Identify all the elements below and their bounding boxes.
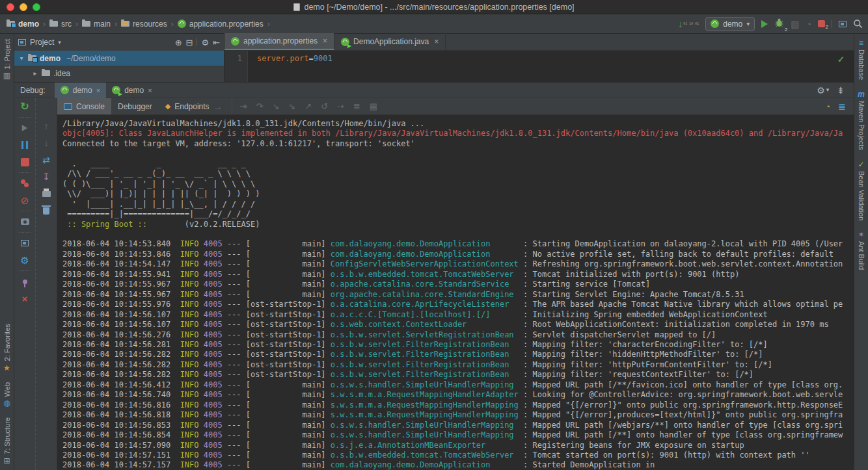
debug-settings-gear-icon[interactable]: ⚙ ▾ [817,86,829,95]
down-stacktrace-button[interactable]: ↓ [36,135,57,151]
database-icon: ≡ [859,39,863,47]
run-configuration-select[interactable]: demo ▾ [705,17,755,31]
breadcrumb-item[interactable]: application.properties [178,20,264,29]
up-stacktrace-button[interactable]: ↑ [36,118,57,135]
tool-tab-label: Endpoints [174,102,209,111]
thread-dump-button[interactable] [14,213,35,230]
endpoints-icon: ◆ [165,103,170,110]
debug-session-tab[interactable]: demo× [55,83,106,98]
step-over-icon[interactable]: ↷ [256,102,264,111]
toolwindow-button-7-structure[interactable]: 7: Structure⊞ [3,412,11,470]
spring-boot-icon [112,86,120,94]
breadcrumb-item[interactable]: main [82,20,111,29]
close-tab-icon[interactable]: × [434,37,439,46]
project-tree-root-row[interactable]: ▾ demo ~/Demo/demo [14,51,224,66]
breadcrumb-item[interactable]: resources [121,20,167,29]
breadcrumb-item[interactable]: demo [7,20,39,29]
debugger-settings-button[interactable]: ⚙ [14,252,35,268]
print-button[interactable] [36,185,57,202]
hide-toolwindow-icon[interactable]: ⇟ [837,86,845,95]
tab-console[interactable]: Console [57,98,111,114]
drop-frame-icon[interactable]: ↺ [321,102,328,111]
debug-button[interactable]: 2 [774,18,784,30]
breadcrumb-item[interactable]: src [49,20,72,29]
collapsed-arrow-icon[interactable]: ▸ [32,70,38,77]
log-line: 2018-06-04 10:14:55.941 INFO 4005 --- [ … [62,270,854,280]
project-folder-icon [7,21,15,27]
tab-debugger[interactable]: Debugger [111,98,159,114]
toolwindow-button-database[interactable]: ≡Database [858,34,865,85]
editor-tab[interactable]: DemoApplication.java× [334,33,446,50]
gauge-icon[interactable]: ◔ [825,102,830,111]
restore-layout-button[interactable] [14,235,35,252]
evaluate-expression-icon[interactable]: ≣ [353,102,360,111]
editor-code-line[interactable]: server.port=9001 [248,51,332,82]
toolwindow-button-ant-build[interactable]: ✶Ant Build [858,226,865,275]
layout-settings-icon[interactable]: ≣ [838,102,846,111]
run-to-cursor-icon[interactable]: ⇢ [337,102,344,111]
toolwindow-button-maven-projects[interactable]: mMaven Projects [858,85,865,155]
profiler-icon[interactable]: ◔ [806,20,811,29]
vcs-update-icon[interactable]: ↓ 01 10 01 [678,20,699,29]
step-out-icon[interactable]: ↗ [305,102,312,111]
locate-file-icon[interactable]: ⊕ [175,38,182,47]
ant-icon: ✶ [858,231,864,239]
toolwindow-button-web[interactable]: Web◍ [3,377,11,412]
toolwindow-button-label: 7: Structure [3,417,11,454]
toolwindow-button-2-favorites[interactable]: 2: Favorites★ [3,319,11,376]
collapse-all-icon[interactable]: ⊟ [186,38,193,47]
restore-layout-icon[interactable]: ▦ [370,102,377,111]
scroll-to-end-button[interactable]: ↧ [36,168,57,185]
debug-session-tab[interactable]: demo× [106,83,157,98]
settings-gear-icon[interactable]: ⚙ [201,38,209,47]
project-tree-idea-row[interactable]: ▸ .idea [14,66,224,81]
chevron-down-icon: ▾ [746,21,750,27]
toolwindow-button-bean-validation[interactable]: ✓Bean Validation [858,155,865,226]
editor-tab-label: DemoApplication.java [353,37,429,46]
mute-breakpoints-button[interactable]: ⊘ [14,192,35,209]
project-panel-title[interactable]: Project [30,38,54,47]
console-output[interactable]: /Library/Java/JavaVirtualMachines/jdk1.8… [57,115,854,470]
rerun-button[interactable]: ↻ [14,98,35,115]
step-into-icon[interactable]: ↘ [272,102,279,111]
toolwindow-button-1-project[interactable]: 1: Project▥ [3,34,11,85]
run-with-coverage-icon[interactable]: ▨ [791,20,799,29]
close-tab-icon[interactable]: × [323,36,327,46]
tab-endpoints[interactable]: ◆Endpoints→ [159,98,229,114]
titlebar: demo [~/Demo/demo] - .../src/main/resour… [0,0,868,14]
banner-line: =========|_|==============|___/=/_/_/_/ [62,209,854,219]
pause-button[interactable] [14,137,35,153]
hide-panel-icon[interactable]: ⇤ [213,38,220,47]
log-line: 2018-06-04 10:14:56.818 INFO 4005 --- [ … [62,410,854,420]
breadcrumb-label: demo [18,20,39,29]
chevron-down-icon[interactable]: ▾ [58,40,61,46]
bug-icon [774,18,784,27]
close-tab-icon[interactable]: × [96,86,100,94]
search-everywhere-icon[interactable] [853,19,863,29]
force-step-into-icon[interactable]: ⇘ [288,102,295,111]
recent-windows-icon[interactable] [839,21,847,27]
log-line: 2018-06-04 10:14:56.282 INFO 4005 --- [o… [62,350,854,359]
stop-button-side[interactable] [14,153,35,170]
expand-arrow-icon[interactable]: ▾ [18,55,25,62]
show-execution-point-icon[interactable]: ⇥ [240,102,247,111]
close-session-button[interactable]: × [14,290,35,307]
view-breakpoints-button[interactable] [14,175,35,192]
editor-tabs: application.properties×DemoApplication.j… [224,34,854,51]
folder-icon [82,21,90,27]
breadcrumb-label: application.properties [189,20,264,29]
inspections-ok-icon: ✓ [837,55,845,64]
pin-tab-button[interactable] [14,273,35,290]
resume-button[interactable] [14,120,35,137]
breakpoints-icon [21,179,25,184]
project-root-name: demo [40,54,61,63]
soft-wrap-button[interactable]: ⇄ [36,151,57,168]
property-value: 9001 [314,54,332,63]
close-tab-icon[interactable]: × [148,86,152,94]
folder-icon [49,21,58,27]
star-icon: ★ [3,364,10,372]
clear-all-button[interactable] [36,202,57,219]
stop-button[interactable]: 2 [818,20,825,27]
run-button[interactable] [761,20,768,28]
editor-tab[interactable]: application.properties× [224,33,334,50]
